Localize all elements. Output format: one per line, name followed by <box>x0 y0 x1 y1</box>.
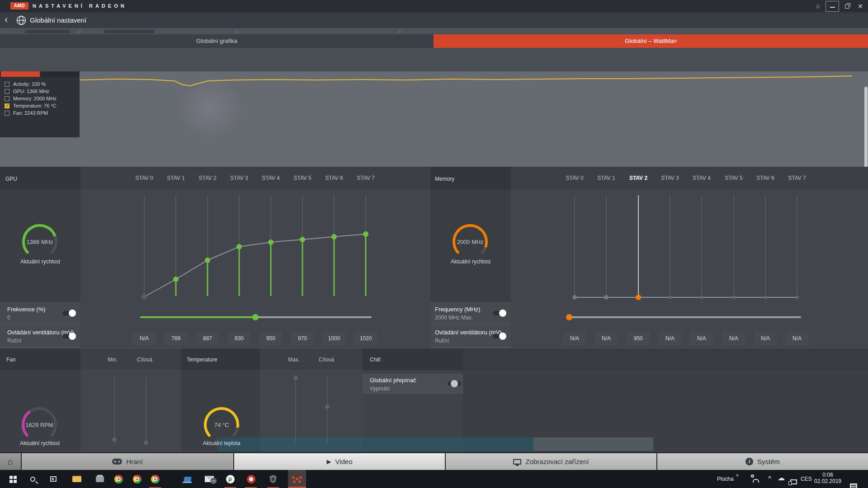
memory-voltage-2[interactable]: 950 <box>627 332 650 346</box>
chill-toggle[interactable] <box>451 380 458 387</box>
fan-section-header: Fan <box>0 348 80 370</box>
memory-voltage-4[interactable]: N/A <box>690 332 713 346</box>
windows-taskbar: 25 µ Plocha » ^ ☁ CES 0:06 02.02.2019 <box>0 470 868 488</box>
legend-tab-active[interactable] <box>1 71 40 77</box>
file-explorer-button[interactable] <box>68 470 86 488</box>
tray-expand-chevron-icon[interactable]: ^ <box>768 474 771 482</box>
gpu-voltage-2[interactable]: 887 <box>196 332 219 346</box>
pinned-app-button[interactable] <box>91 470 109 488</box>
favorite-star-icon[interactable]: ☆ <box>812 1 823 12</box>
legend-item-temperature[interactable]: Temperature: 76 °C <box>5 102 77 109</box>
nav-tab-system[interactable]: i Systém <box>657 453 868 470</box>
home-button[interactable]: ⌂ <box>0 453 21 470</box>
checkbox-checked-icon[interactable] <box>5 103 9 108</box>
restore-button[interactable] <box>845 5 849 9</box>
back-button[interactable]: ‹ <box>5 14 8 26</box>
tab-global-wattman[interactable]: Globální – WattMan <box>434 34 868 48</box>
gpu-fan-control-toggle[interactable] <box>69 333 76 340</box>
memory-frequency-toggle[interactable] <box>499 310 506 317</box>
chill-global-switch[interactable]: Globální přepínač Vypnuto <box>363 374 463 394</box>
tab-global-graphics[interactable]: Globální grafika <box>0 34 434 48</box>
fan-target-slider-handle[interactable] <box>144 441 148 445</box>
close-button[interactable]: ✕ <box>855 1 866 12</box>
memory-section-header: Memory <box>430 167 511 190</box>
checkbox-icon[interactable] <box>5 89 9 94</box>
gpu-slider-handle[interactable] <box>252 314 259 320</box>
action-center-icon[interactable] <box>850 483 857 488</box>
gpu-voltage-1[interactable]: 769 <box>164 332 188 346</box>
gpu-voltage-5[interactable]: 970 <box>291 332 314 346</box>
memory-voltage-0[interactable]: N/A <box>563 332 586 346</box>
gpu-voltage-6[interactable]: 1000 <box>322 332 346 346</box>
gpu-frequency-toggle[interactable] <box>69 310 76 317</box>
memory-voltage-6[interactable]: N/A <box>754 332 777 346</box>
gpu-voltage-7[interactable]: 1020 <box>354 332 377 346</box>
checkbox-icon[interactable] <box>5 111 9 116</box>
memory-voltage-1[interactable]: N/A <box>594 332 618 346</box>
temp-target-slider-handle[interactable] <box>325 404 330 409</box>
memory-state-3: STAV 3 <box>656 175 684 181</box>
nav-tab-video[interactable]: ▶ Video <box>234 453 445 470</box>
gpu-slider-track[interactable] <box>255 316 372 318</box>
search-button[interactable] <box>24 470 42 488</box>
gpu-voltage-4[interactable]: 950 <box>259 332 283 346</box>
onedrive-cloud-icon[interactable]: ☁ <box>778 474 785 482</box>
fan-min-slider[interactable] <box>114 377 115 445</box>
chrome-icon <box>151 475 160 483</box>
checkbox-icon[interactable] <box>5 82 9 87</box>
checkbox-icon[interactable] <box>5 96 9 101</box>
mail-button[interactable]: 25 <box>200 470 218 488</box>
gpu-section-header: GPU <box>0 167 80 190</box>
language-indicator[interactable]: CES <box>801 476 812 482</box>
chill-switch-title: Globální přepínač <box>370 377 416 384</box>
remote-app-button[interactable] <box>179 470 197 488</box>
nav-tab-gaming[interactable]: Hraní <box>22 453 233 470</box>
legend-item-activity[interactable]: Activity: 100 % <box>5 80 77 88</box>
gpu-fan-control-row: Ovládání ventilátoru (mV) Ruční <box>0 325 80 347</box>
memory-voltage-3[interactable]: N/A <box>658 332 682 346</box>
bottom-navigation: ⌂ Hraní ▶ Video Zobrazovací zařízení i S… <box>0 452 868 470</box>
memory-fan-control-toggle[interactable] <box>499 333 506 340</box>
opera-button[interactable] <box>242 470 260 488</box>
wot-button[interactable] <box>264 470 282 488</box>
memory-slider-track[interactable] <box>569 316 801 318</box>
gpu-frequency-curve[interactable] <box>80 190 430 302</box>
chrome-profile-2-button[interactable] <box>128 470 146 488</box>
memory-slider-handle[interactable] <box>566 314 572 320</box>
task-view-button[interactable] <box>44 470 62 488</box>
memory-frequency-chart[interactable] <box>511 190 868 302</box>
legend-item-fan[interactable]: Fan: 2243 RPM <box>5 109 77 117</box>
chrome-profile-3-button[interactable] <box>146 470 164 488</box>
legend-tab-inactive[interactable] <box>41 71 79 77</box>
gpu-state-5: STAV 5 <box>288 175 317 181</box>
radeon-settings-button[interactable] <box>288 470 306 488</box>
legend-item-memory[interactable]: Memory: 2000 MHz <box>5 95 77 102</box>
clock[interactable]: 0:06 02.02.2019 <box>814 472 842 484</box>
temp-max-slider-handle[interactable] <box>293 375 298 380</box>
fan-min-slider-handle[interactable] <box>112 437 117 442</box>
chrome-profile-1-button[interactable] <box>109 470 127 488</box>
fan-target-slider[interactable] <box>146 377 146 445</box>
memory-voltage-5[interactable]: N/A <box>722 332 745 346</box>
people-icon[interactable] <box>751 474 754 478</box>
nav-tab-display[interactable]: Zobrazovací zařízení <box>446 453 656 470</box>
gpu-voltage-0[interactable]: N/A <box>132 332 156 346</box>
temp-max-slider[interactable] <box>295 377 296 445</box>
network-display-icon[interactable] <box>790 479 797 484</box>
wattman-toolbar: Zobrazit a konfigurovat rychlost ventilá… <box>0 48 868 71</box>
memory-voltage-7[interactable]: N/A <box>785 332 809 346</box>
gpu-voltage-3[interactable]: 930 <box>227 332 251 346</box>
app-icon <box>96 476 104 482</box>
gpu-slider-filled[interactable] <box>140 316 255 318</box>
gpu-state-0: STAV 0 <box>130 175 159 181</box>
toolbar-overflow-chevron[interactable]: » <box>736 472 739 478</box>
memory-state-7: STAV 7 <box>783 175 811 181</box>
start-button[interactable] <box>4 470 22 488</box>
windows-logo-icon <box>9 476 13 479</box>
desktop-toolbar-label[interactable]: Plocha <box>717 476 734 482</box>
minimize-button[interactable] <box>826 1 839 12</box>
temp-target-slider[interactable] <box>327 377 328 445</box>
task-view-icon <box>50 476 57 482</box>
utorrent-button[interactable]: µ <box>221 470 239 488</box>
legend-item-gpu[interactable]: GPU: 1366 MHz <box>5 88 77 95</box>
